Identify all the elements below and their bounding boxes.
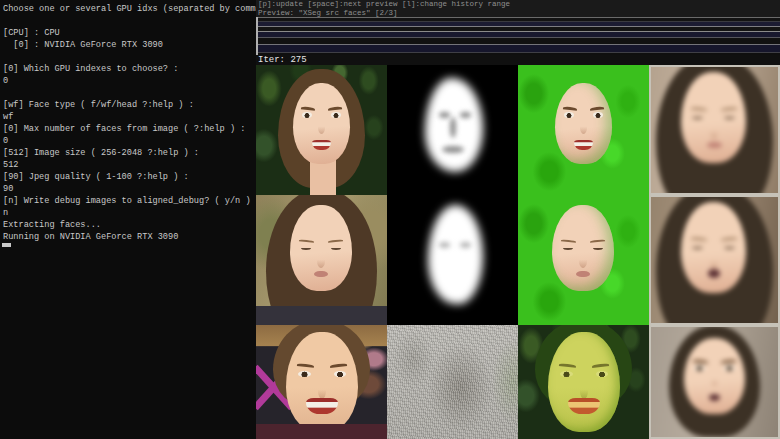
eye-left <box>692 245 703 249</box>
mouth <box>314 271 328 276</box>
training-preview-window[interactable]: [p]:update [space]:next preview [l]:chan… <box>256 0 780 439</box>
cell-r2c1-source-face <box>256 195 387 325</box>
eye-left <box>694 365 704 371</box>
brow-left <box>297 363 315 368</box>
face <box>552 205 614 291</box>
nose <box>317 253 324 268</box>
cell-r3c2-untrained-mask-noise <box>387 325 518 439</box>
mouth-open <box>709 394 720 401</box>
brow-left <box>563 106 577 110</box>
brow-right <box>592 363 610 368</box>
face <box>293 83 351 164</box>
eye-left <box>564 112 574 118</box>
nose <box>580 382 589 399</box>
preview-grid <box>256 65 780 439</box>
iteration-counter: Iter: 275 <box>256 55 780 65</box>
eye-left <box>302 112 312 118</box>
eye-left <box>301 246 311 250</box>
cell-r3c3-mask-overlay-tinted <box>518 325 649 439</box>
nose <box>710 253 718 268</box>
nose <box>318 120 325 134</box>
cell-r3c1-source-face <box>256 325 387 439</box>
blurred-face-image <box>649 195 780 325</box>
cell-r2c3-mask-overlay <box>518 195 649 325</box>
brow-right <box>721 238 737 242</box>
eye-left <box>563 246 573 250</box>
mask-blob <box>428 205 483 304</box>
brow-right <box>330 363 348 368</box>
cell-r1c2-xseg-mask <box>387 65 518 195</box>
brow-left <box>691 238 707 242</box>
eye-left <box>692 115 703 119</box>
eye-left <box>560 371 572 377</box>
preview-header: [p]:update [space]:next preview [l]:chan… <box>256 0 780 17</box>
nose <box>579 253 586 268</box>
mouth-smile <box>568 398 600 414</box>
face <box>684 338 745 414</box>
cell-r3c4-predicted-face <box>649 325 780 439</box>
cell-r1c4-predicted-face <box>649 65 780 195</box>
cell-r2c2-xseg-mask <box>387 195 518 325</box>
face <box>286 332 358 432</box>
nose <box>318 382 327 399</box>
preview-title: Preview: "XSeg src faces" [2/3] <box>256 9 780 18</box>
eye-right <box>334 371 346 377</box>
mouth <box>576 271 590 276</box>
clothing <box>256 306 387 326</box>
nose <box>710 123 718 138</box>
eye-right <box>724 245 735 249</box>
brow-left <box>559 363 577 368</box>
nose <box>580 120 587 134</box>
mouth-open <box>708 269 720 277</box>
brow-right <box>328 106 342 110</box>
blurred-face-image <box>649 325 780 439</box>
brow-right <box>328 239 343 243</box>
brow-left <box>299 239 314 243</box>
mouth-smile <box>574 140 594 150</box>
brow-right <box>721 359 736 364</box>
brow-left <box>693 359 708 364</box>
eye-right <box>593 112 603 118</box>
eye-right <box>331 112 341 118</box>
brow-right <box>590 106 604 110</box>
terminal-cursor <box>2 243 11 247</box>
loss-history-graph <box>256 17 780 55</box>
deepfacelab-screen: Choose one or several GPU idxs (separate… <box>0 0 780 439</box>
mouth <box>707 142 722 147</box>
hotkeys-help: [p]:update [space]:next preview [l]:chan… <box>256 0 780 9</box>
mouth-smile <box>312 140 332 150</box>
eye-left <box>298 371 310 377</box>
graph-y-axis <box>256 17 258 55</box>
face <box>555 83 613 164</box>
face <box>681 202 746 293</box>
brow-right <box>590 239 605 243</box>
cell-r1c1-source-face <box>256 65 387 195</box>
brow-right <box>721 108 737 112</box>
face <box>548 332 620 432</box>
eye-right <box>593 246 603 250</box>
brow-left <box>561 239 576 243</box>
brow-left <box>691 108 707 112</box>
eye-right <box>724 115 735 119</box>
eye-right <box>331 246 341 250</box>
cell-r1c3-mask-overlay <box>518 65 649 195</box>
brow-left <box>301 106 315 110</box>
face <box>290 205 352 291</box>
nose <box>711 373 718 386</box>
eye-right <box>596 371 608 377</box>
face <box>681 72 746 163</box>
clothing <box>256 424 387 439</box>
mouth-smile <box>306 398 338 414</box>
cell-r2c4-predicted-face <box>649 195 780 325</box>
eye-right <box>724 365 734 371</box>
console-output[interactable]: Choose one or several GPU idxs (separate… <box>0 0 256 439</box>
blurred-face-image <box>649 65 780 195</box>
